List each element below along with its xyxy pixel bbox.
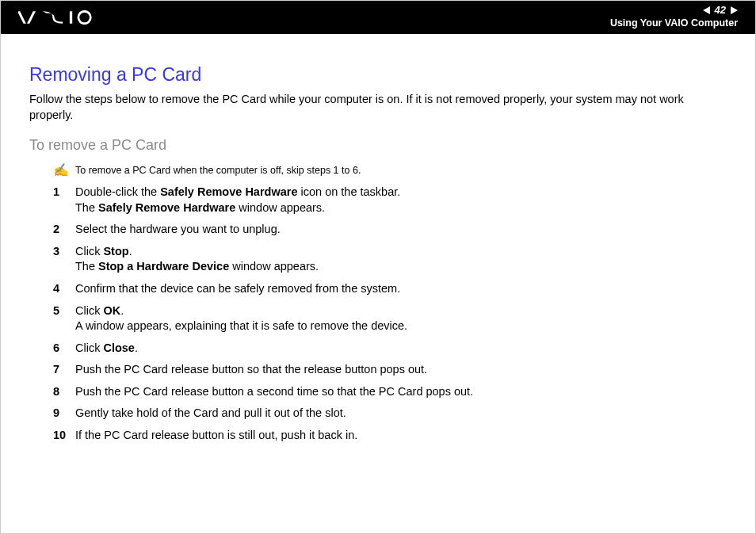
- vaio-logo: [18, 10, 105, 25]
- step-body: Confirm that the device can be safely re…: [75, 281, 727, 297]
- step-body: Double-click the Safely Remove Hardware …: [75, 185, 727, 216]
- step-4: 4 Confirm that the device can be safely …: [53, 281, 727, 297]
- prev-page-arrow-icon[interactable]: [703, 6, 710, 14]
- step-number: 8: [53, 384, 75, 400]
- page-title: Removing a PC Card: [29, 64, 727, 86]
- step-body: Click Close.: [75, 341, 727, 357]
- page-number: 42: [715, 4, 726, 16]
- note: ✍ To remove a PC Card when the computer …: [53, 165, 727, 177]
- step-body: Click Stop. The Stop a Hardware Device w…: [75, 244, 727, 275]
- svg-rect-0: [70, 11, 72, 23]
- step-number: 4: [53, 281, 75, 297]
- step-2: 2 Select the hardware you want to unplug…: [53, 222, 727, 238]
- step-6: 6 Click Close.: [53, 341, 727, 357]
- step-number: 9: [53, 406, 75, 421]
- step-1: 1 Double-click the Safely Remove Hardwar…: [53, 185, 727, 216]
- step-number: 6: [53, 341, 75, 357]
- header-nav: 42 Using Your VAIO Computer: [610, 4, 738, 29]
- step-number: 5: [53, 303, 75, 334]
- step-body: Click OK. A window appears, explaining t…: [75, 303, 727, 334]
- step-body: Select the hardware you want to unplug.: [75, 222, 727, 238]
- step-body: Push the PC Card release button a second…: [75, 384, 727, 400]
- step-8: 8 Push the PC Card release button a seco…: [53, 384, 727, 400]
- step-number: 10: [53, 428, 75, 444]
- step-10: 10 If the PC Card release button is stil…: [53, 428, 727, 444]
- step-number: 2: [53, 222, 75, 238]
- step-3: 3 Click Stop. The Stop a Hardware Device…: [53, 244, 727, 275]
- step-5: 5 Click OK. A window appears, explaining…: [53, 303, 727, 334]
- subtitle: To remove a PC Card: [29, 137, 727, 154]
- intro-text: Follow the steps below to remove the PC …: [29, 92, 727, 123]
- step-body: Gently take hold of the Card and pull it…: [75, 406, 727, 421]
- note-text: To remove a PC Card when the computer is…: [75, 165, 361, 176]
- page-content: Removing a PC Card Follow the steps belo…: [1, 34, 755, 443]
- step-number: 3: [53, 244, 75, 275]
- step-number: 7: [53, 362, 75, 378]
- note-icon: ✍: [53, 164, 69, 177]
- section-label: Using Your VAIO Computer: [610, 17, 738, 29]
- next-page-arrow-icon[interactable]: [731, 6, 738, 14]
- step-number: 1: [53, 185, 75, 216]
- page-header: 42 Using Your VAIO Computer: [1, 1, 755, 34]
- step-9: 9 Gently take hold of the Card and pull …: [53, 406, 727, 421]
- step-body: If the PC Card release button is still o…: [75, 428, 727, 444]
- step-body: Push the PC Card release button so that …: [75, 362, 727, 378]
- svg-point-1: [78, 11, 90, 23]
- step-7: 7 Push the PC Card release button so tha…: [53, 362, 727, 378]
